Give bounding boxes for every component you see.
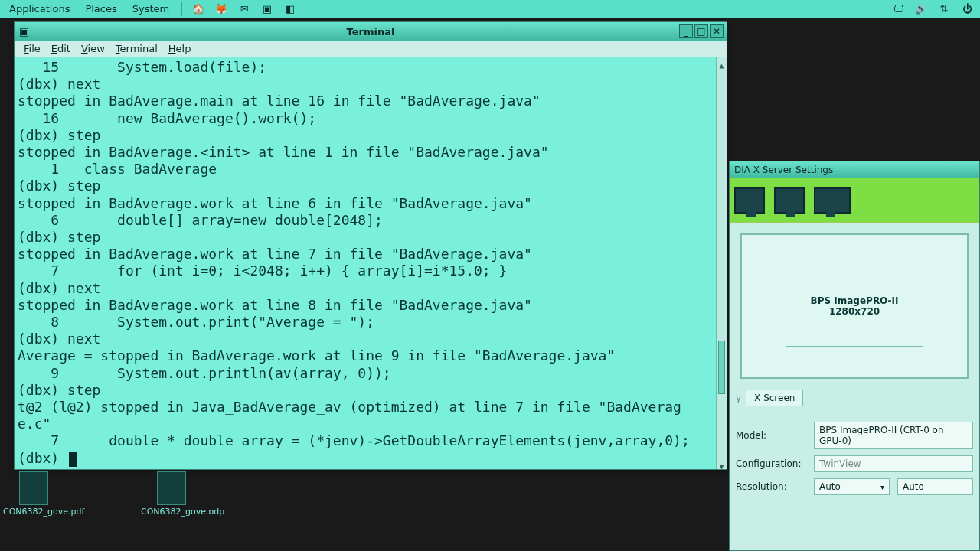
gnome-panel: Applications Places System 🏠 🦊 ✉ ▣ ◧ 🖵 🔊… — [0, 0, 980, 18]
terminal-cursor — [69, 452, 77, 467]
file-odp[interactable]: CON6382_gove.odp — [141, 471, 202, 517]
chevron-down-icon: ▾ — [880, 483, 884, 491]
pdf-icon — [19, 471, 48, 505]
menu-view[interactable]: View — [77, 43, 109, 54]
resolution-combo[interactable]: Auto ▾ — [814, 478, 890, 495]
panel-menu-places[interactable]: Places — [80, 3, 121, 15]
terminal-titlebar[interactable]: ▣ Terminal _ □ ✕ — [15, 22, 727, 41]
preview-model: BPS ImagePRO-II — [811, 295, 899, 306]
mail-icon[interactable]: ✉ — [236, 2, 253, 17]
panel-separator — [181, 2, 182, 16]
terminal-window: ▣ Terminal _ □ ✕ File Edit View Terminal… — [14, 21, 727, 470]
volume-icon[interactable]: 🔊 — [913, 2, 929, 17]
close-button[interactable]: ✕ — [710, 24, 724, 38]
file-label: CON6382_gove.pdf — [3, 507, 64, 517]
scroll-up-icon[interactable]: ▲ — [717, 57, 727, 68]
monitor-icon[interactable] — [774, 187, 805, 214]
label-config: Configuration: — [736, 458, 806, 469]
nvidia-titlebar[interactable]: DIA X Server Settings — [730, 161, 979, 178]
nvidia-form: Model: BPS ImagePRO-II (CRT-0 on GPU-0) … — [730, 412, 979, 504]
desktop-files: CON6382_gove.pdf CON6382_gove.odp — [3, 471, 202, 517]
model-combo[interactable]: BPS ImagePRO-II (CRT-0 on GPU-0) — [814, 422, 973, 449]
config-value: TwinView — [819, 458, 861, 469]
tab-xscreen[interactable]: X Screen — [746, 390, 803, 406]
monitor-layout-bar — [730, 178, 979, 223]
display-preview[interactable]: BPS ImagePRO-II 980x551 — [740, 233, 969, 379]
nvidia-settings-window: DIA X Server Settings BPS ImagePRO-II 12… — [729, 161, 980, 551]
network-icon[interactable]: ⇅ — [936, 2, 952, 17]
model-value: BPS ImagePRO-II (CRT-0 on GPU-0) — [819, 425, 968, 446]
monitor-icon[interactable] — [814, 187, 851, 214]
terminal-text: 15 System.load(file); (dbx) next stopped… — [18, 59, 690, 466]
app-icon[interactable]: ◧ — [282, 2, 299, 17]
odp-icon — [157, 471, 186, 505]
nvidia-tabs: y X Screen — [730, 390, 979, 412]
terminal-body[interactable]: 15 System.load(file); (dbx) next stopped… — [15, 57, 727, 469]
refresh-value: Auto — [903, 481, 924, 492]
maximize-button[interactable]: □ — [694, 24, 708, 38]
file-pdf[interactable]: CON6382_gove.pdf — [3, 471, 64, 517]
power-icon[interactable]: ⏻ — [959, 2, 975, 17]
file-label: CON6382_gove.odp — [141, 507, 202, 517]
terminal-title: Terminal — [347, 26, 395, 37]
resolution-value: Auto — [819, 481, 841, 492]
monitor-icon[interactable] — [734, 187, 765, 214]
panel-menu-system[interactable]: System — [128, 3, 174, 15]
terminal-launcher-icon[interactable]: ▣ — [259, 2, 276, 17]
refresh-combo[interactable]: Auto — [897, 478, 973, 495]
label-resolution: Resolution: — [736, 481, 806, 492]
scroll-down-icon[interactable]: ▼ — [717, 458, 727, 469]
label-model: Model: — [736, 430, 806, 441]
menu-help[interactable]: Help — [164, 43, 196, 54]
panel-menu-applications[interactable]: Applications — [5, 3, 74, 15]
menu-file[interactable]: File — [19, 43, 45, 54]
terminal-window-icon: ▣ — [19, 25, 29, 37]
menu-edit[interactable]: Edit — [47, 43, 75, 54]
home-icon[interactable]: 🏠 — [190, 2, 207, 17]
terminal-menubar: File Edit View Terminal Help — [15, 41, 727, 57]
menu-terminal[interactable]: Terminal — [111, 43, 162, 54]
firefox-icon[interactable]: 🦊 — [213, 2, 230, 17]
terminal-scrollbar[interactable]: ▲ ▼ — [716, 57, 727, 469]
screen-icon[interactable]: 🖵 — [890, 2, 906, 17]
config-combo[interactable]: TwinView — [814, 455, 973, 472]
scroll-thumb[interactable] — [718, 341, 725, 394]
preview-resolution: 980x551 — [811, 306, 899, 317]
minimize-button[interactable]: _ — [679, 24, 693, 38]
